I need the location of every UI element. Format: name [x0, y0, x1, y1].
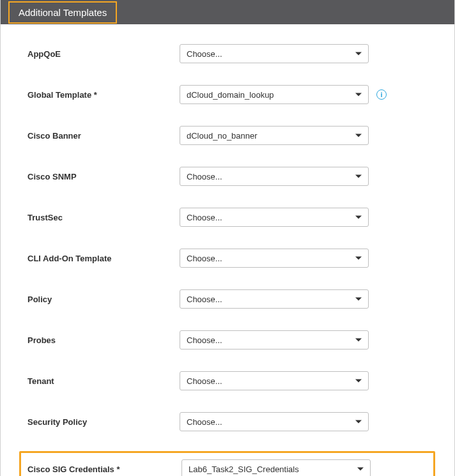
caret-down-icon — [355, 257, 362, 260]
select-security-policy[interactable]: Choose... — [180, 412, 369, 431]
select-cli-addon-value: Choose... — [187, 254, 222, 263]
row-security-policy: Security Policy Choose... — [27, 410, 454, 433]
panel-title: Additional Templates — [8, 1, 117, 24]
caret-down-icon — [355, 52, 362, 56]
select-appqoe-wrapper: Choose... — [180, 44, 369, 63]
select-cisco-banner-wrapper: dCloud_no_banner — [180, 126, 369, 145]
row-trustsec: TrustSec Choose... — [27, 206, 454, 229]
select-security-policy-wrapper: Choose... — [180, 412, 369, 431]
row-policy: Policy Choose... — [27, 288, 454, 311]
caret-down-icon — [355, 420, 362, 424]
row-appqoe: AppQoE Choose... — [27, 42, 454, 65]
select-trustsec-wrapper: Choose... — [180, 208, 369, 227]
select-policy[interactable]: Choose... — [180, 289, 369, 309]
select-sig-credentials-wrapper: Lab6_Task2_SIG_Credentials — [181, 459, 371, 476]
label-policy: Policy — [27, 295, 180, 304]
label-cisco-snmp: Cisco SNMP — [27, 172, 180, 181]
select-policy-wrapper: Choose... — [180, 289, 369, 309]
select-cisco-snmp[interactable]: Choose... — [180, 167, 369, 186]
caret-down-icon — [355, 93, 362, 96]
select-sig-credentials[interactable]: Lab6_Task2_SIG_Credentials — [181, 459, 371, 476]
row-global-template: Global Template * dCloud_domain_lookup i — [27, 83, 454, 106]
caret-down-icon — [355, 380, 362, 383]
select-global-template-value: dCloud_domain_lookup — [187, 90, 274, 100]
row-cisco-banner: Cisco Banner dCloud_no_banner — [27, 124, 454, 147]
select-sig-credentials-value: Lab6_Task2_SIG_Credentials — [189, 464, 299, 474]
select-global-template-wrapper: dCloud_domain_lookup — [180, 85, 369, 104]
select-cli-addon[interactable]: Choose... — [180, 249, 369, 268]
label-trustsec: TrustSec — [27, 213, 180, 222]
label-probes: Probes — [27, 335, 180, 345]
row-sig-credentials: Cisco SIG Credentials * Lab6_Task2_SIG_C… — [19, 451, 435, 476]
select-global-template[interactable]: dCloud_domain_lookup — [180, 85, 369, 104]
select-probes[interactable]: Choose... — [180, 330, 369, 349]
info-icon[interactable]: i — [376, 89, 387, 100]
label-cisco-banner: Cisco Banner — [27, 131, 180, 141]
select-tenant-wrapper: Choose... — [180, 371, 369, 390]
caret-down-icon — [357, 468, 364, 471]
caret-down-icon — [355, 134, 362, 137]
additional-templates-panel: Additional Templates AppQoE Choose... Gl… — [0, 0, 455, 476]
caret-down-icon — [355, 339, 362, 342]
select-cli-addon-wrapper: Choose... — [180, 249, 369, 268]
select-security-policy-value: Choose... — [187, 417, 222, 427]
panel-header: Additional Templates — [1, 0, 454, 24]
select-appqoe[interactable]: Choose... — [180, 44, 369, 63]
caret-down-icon — [355, 298, 362, 301]
label-security-policy: Security Policy — [27, 417, 180, 427]
row-tenant: Tenant Choose... — [27, 369, 454, 392]
caret-down-icon — [355, 175, 362, 178]
select-trustsec-value: Choose... — [187, 213, 222, 222]
row-probes: Probes Choose... — [27, 328, 454, 351]
select-policy-value: Choose... — [187, 295, 222, 304]
label-sig-credentials: Cisco SIG Credentials * — [27, 464, 181, 474]
label-tenant: Tenant — [27, 376, 180, 386]
select-appqoe-value: Choose... — [187, 49, 222, 59]
label-global-template: Global Template * — [27, 90, 180, 100]
caret-down-icon — [355, 216, 362, 219]
select-cisco-banner-value: dCloud_no_banner — [187, 131, 258, 141]
select-cisco-banner[interactable]: dCloud_no_banner — [180, 126, 369, 145]
label-cli-addon: CLI Add-On Template — [27, 254, 180, 263]
label-appqoe: AppQoE — [27, 49, 180, 59]
form-body: AppQoE Choose... Global Template * dClou… — [1, 24, 454, 476]
row-cisco-snmp: Cisco SNMP Choose... — [27, 165, 454, 188]
select-probes-wrapper: Choose... — [180, 330, 369, 349]
select-probes-value: Choose... — [187, 335, 222, 345]
select-trustsec[interactable]: Choose... — [180, 208, 369, 227]
select-tenant[interactable]: Choose... — [180, 371, 369, 390]
row-cli-addon: CLI Add-On Template Choose... — [27, 247, 454, 270]
select-cisco-snmp-value: Choose... — [187, 172, 222, 181]
select-tenant-value: Choose... — [187, 376, 222, 386]
select-cisco-snmp-wrapper: Choose... — [180, 167, 369, 186]
